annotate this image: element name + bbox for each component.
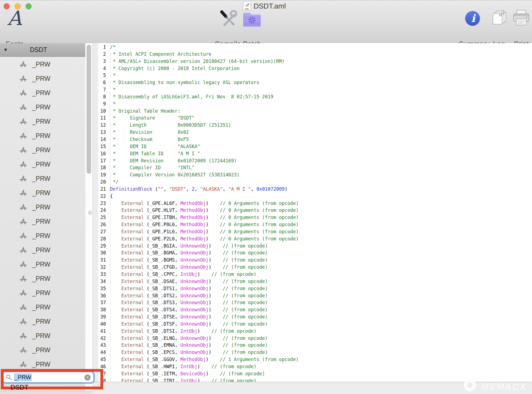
code-token: External (121, 271, 144, 277)
code-token: (_SB_.GGOV, (144, 357, 180, 362)
sidebar-item-prw[interactable]: _PRW (0, 100, 85, 114)
code-text: * Signature "DSDT" (108, 115, 194, 121)
code-text: { (108, 193, 113, 199)
code-token: (_SB_.CFGD, (144, 264, 180, 270)
fonts-toolbar-button[interactable]: A Fonts (2, 9, 27, 27)
code-token: // 0 Arguments (from opcode) (220, 229, 299, 234)
sidebar-item-prw[interactable]: _PRW (0, 271, 85, 286)
code-token: ) (206, 201, 220, 206)
split-divider[interactable] (92, 43, 98, 394)
sidebar-item-prw[interactable]: _PRW (0, 314, 85, 329)
code-line: 32 External (_SB_.CFGD, UnknownObj) // (… (98, 264, 532, 271)
code-token: * Revision 0x02 (110, 129, 189, 135)
code-text: * AML/ASL+ Disassembler version 20180427… (108, 59, 285, 64)
line-number: 7 (98, 86, 108, 93)
sidebar-item-prw[interactable]: _PRW (0, 143, 85, 157)
code-text: * Length 0x0003D5D7 (251351) (108, 122, 231, 128)
line-number: 37 (98, 299, 108, 306)
print-toolbar-button[interactable]: Print (511, 9, 531, 30)
zoom-window-button[interactable] (26, 3, 32, 9)
code-text: * OEM ID "ALASKA" (108, 144, 200, 149)
split-divider-handle[interactable] (88, 211, 92, 215)
code-token (110, 300, 121, 305)
printer-icon (512, 9, 530, 29)
code-token: ) (209, 250, 223, 256)
code-token: (_GPE.P1L6, (144, 229, 180, 234)
code-token: ) (285, 186, 287, 192)
line-number: 15 (98, 143, 108, 150)
sidebar-item-prw[interactable]: _PRW (0, 243, 85, 257)
code-text: External (_GPE.P2L6, MethodObj) // 0 Arg… (108, 236, 299, 242)
sidebar-item-prw[interactable]: _PRW (0, 57, 85, 71)
code-text: * (108, 101, 116, 107)
code-token (110, 307, 121, 312)
code-token: ) (197, 378, 211, 382)
code-token: // 0 Arguments (from opcode) (220, 201, 299, 206)
sidebar-item-prw[interactable]: _PRW (0, 214, 85, 229)
code-token: (_SB_.DTSI, (144, 328, 180, 334)
method-icon (19, 346, 27, 354)
code-token: UnknownObj (180, 349, 209, 355)
code-token: UnknownObj (180, 307, 209, 312)
code-token: External (121, 236, 144, 242)
code-token: * OEM Revision 0x01072009 (17244169) (110, 158, 237, 163)
code-token: ) (197, 328, 211, 334)
code-token: External (121, 314, 144, 320)
code-token: ) (206, 371, 220, 376)
code-token: "" (158, 186, 163, 192)
sidebar-item-prw[interactable]: _PRW (0, 71, 85, 86)
code-token: * OEM Table ID "A M I " (110, 151, 200, 156)
code-text: /* (108, 44, 116, 50)
code-line: 11 * Signature "DSDT" (98, 115, 532, 122)
sidebar-item-prw[interactable]: _PRW (0, 129, 85, 143)
code-token: (_SB_.DTSF, (144, 321, 180, 327)
sidebar-item-prw[interactable]: _PRW (0, 257, 85, 271)
sidebar-item-prw[interactable]: _PRW (0, 114, 85, 129)
code-token: , (251, 186, 256, 192)
sidebar-item-prw[interactable]: _PRW (0, 329, 85, 343)
code-token: , (194, 186, 200, 192)
log-toolbar-button[interactable]: Log (489, 9, 509, 30)
code-token (110, 271, 121, 277)
line-number: 38 (98, 306, 108, 313)
line-number: 18 (98, 164, 108, 171)
compile-toolbar-button[interactable]: Compile (214, 9, 242, 30)
sidebar-item-prw[interactable]: _PRW (0, 343, 85, 357)
code-token: "DSDT" (169, 186, 186, 192)
code-token: (_SB_.EPCS, (144, 349, 180, 355)
sidebar-item-label: _PRW (32, 289, 50, 297)
sidebar-item-prw[interactable]: _PRW (0, 157, 85, 171)
line-number: 4 (98, 65, 108, 72)
log-pages-icon (490, 9, 508, 29)
sidebar-scrollbar-thumb[interactable] (87, 45, 91, 174)
code-text: External (_SB_.BGIA, UnknownObj) // (fro… (108, 243, 268, 249)
patch-toolbar-button[interactable]: Patch (242, 9, 262, 30)
line-number: 30 (98, 249, 108, 257)
sidebar-item-prw[interactable]: _PRW (0, 171, 85, 186)
code-text: * OEM Table ID "A M I " (108, 151, 200, 156)
summary-toolbar-button[interactable]: i Summary (459, 9, 486, 30)
sidebar-root-node-label[interactable]: DSDT (10, 384, 28, 391)
code-token: ) (209, 286, 223, 291)
sidebar-item-prw[interactable]: _PRW (0, 300, 85, 314)
code-line: 38 External (_SB_.DTS4, UnknownObj) // (… (98, 306, 532, 313)
code-line: 31 External (_SB_.BGMS, UnknownObj) // (… (98, 257, 532, 264)
code-token: // (from opcode) (223, 257, 268, 263)
sidebar-item-prw[interactable]: _PRW (0, 286, 85, 300)
code-token: External (121, 229, 144, 234)
sidebar-item-prw[interactable]: _PRW (0, 200, 85, 214)
code-editor[interactable]: 1/*2 * Intel ACPI Component Architecture… (98, 43, 532, 382)
code-token: External (121, 293, 144, 298)
disclosure-triangle-icon[interactable]: ▼ (3, 47, 8, 53)
code-token: ) (209, 257, 223, 263)
code-line: 37 External (_SB_.DTS3, UnknownObj) // (… (98, 299, 532, 306)
line-number: 33 (98, 271, 108, 278)
code-token: ) (197, 364, 211, 369)
code-token (110, 264, 121, 270)
line-number: 24 (98, 207, 108, 214)
sidebar-item-prw[interactable]: _PRW (0, 229, 85, 243)
sidebar-header-dsdt[interactable]: ▼ DSDT (0, 43, 85, 57)
line-number: 26 (98, 221, 108, 228)
sidebar-item-prw[interactable]: _PRW (0, 86, 85, 100)
sidebar-item-prw[interactable]: _PRW (0, 186, 85, 200)
